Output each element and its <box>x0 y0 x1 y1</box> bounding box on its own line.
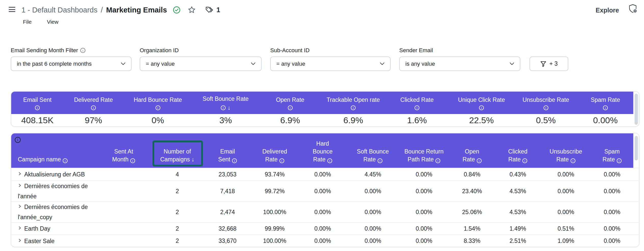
expand-chevron-icon[interactable] <box>18 226 22 230</box>
campaign-name[interactable]: Easter Sale <box>24 238 55 244</box>
filter-label: Sender Email <box>399 47 520 54</box>
column-header-bounce-return-path-rate[interactable]: Bounce Return Path Rate <box>398 133 449 168</box>
star-favorite-icon[interactable] <box>187 6 196 14</box>
cell-hard-bounce-rate: 0.00% <box>298 168 347 180</box>
cell-soft-bounce-rate: 0.00% <box>347 223 398 234</box>
expand-chevron-icon[interactable] <box>18 239 22 242</box>
info-icon[interactable] <box>288 105 293 110</box>
chevron-down-icon <box>251 62 255 65</box>
info-icon[interactable] <box>232 158 237 163</box>
tag-count: 1 <box>216 6 220 14</box>
info-icon[interactable] <box>91 105 96 110</box>
cell-soft-bounce-rate: 0.00% <box>347 235 398 247</box>
column-header-number-of-campaigns[interactable]: Number of Campaigns <box>151 133 204 168</box>
kpi-label: Unsubscribe Rate <box>523 96 569 103</box>
more-filters-button[interactable]: + 3 <box>530 57 568 71</box>
info-icon[interactable] <box>378 158 382 163</box>
cell-delivered-rate: 100.00% <box>251 235 298 247</box>
column-header-email-sent[interactable]: Email Sent <box>204 133 251 168</box>
cell-spam-rate: 0.00% <box>591 202 633 222</box>
info-icon[interactable] <box>435 158 440 163</box>
filter-label-text: Email Sending Month Filter <box>11 47 78 54</box>
tile-info-icon[interactable] <box>15 137 21 143</box>
table-row: Dernières économies de l'année 2 7,418 9… <box>11 180 639 201</box>
campaign-name[interactable]: Dernières économies de l'année_copy <box>18 204 88 220</box>
filter-sub-account-id: Sub-Account ID = any value <box>270 47 391 71</box>
kpi-value: 97% <box>63 115 123 125</box>
info-icon[interactable] <box>80 48 85 53</box>
column-header-hard-bounce-rate[interactable]: Hard Bounce Rate <box>298 133 347 168</box>
filter-value-dropdown[interactable]: in the past 6 complete months <box>11 57 132 71</box>
cell-unsubscribe-rate: 0.51% <box>541 223 591 234</box>
cell-bounce-return-path-rate: 0.00% <box>398 235 449 247</box>
expand-chevron-icon[interactable] <box>18 172 22 176</box>
filter-label-text: Sender Email <box>399 47 433 54</box>
kpi-spam-rate: Spam Rate <box>577 92 633 114</box>
cell-open-rate: 1.54% <box>449 223 495 234</box>
info-icon[interactable] <box>479 105 484 110</box>
column-header-delivered-rate[interactable]: Delivered Rate <box>251 133 298 168</box>
cell-open-rate: 25.06% <box>449 202 495 222</box>
cell-bounce-return-path-rate: 0.00% <box>398 202 449 222</box>
kpi-label: Spam Rate <box>591 96 620 103</box>
info-icon[interactable] <box>156 105 160 110</box>
menu-file[interactable]: File <box>23 19 32 25</box>
cell-delivered-rate: 99.72% <box>251 181 298 201</box>
more-filters-count: + 3 <box>549 60 558 67</box>
breadcrumb-folder-link[interactable]: 1 - Default Dashboards <box>21 6 97 14</box>
info-icon[interactable] <box>522 158 527 163</box>
scrollbar-thumb[interactable] <box>635 136 638 160</box>
info-icon[interactable] <box>603 105 608 110</box>
cell-hard-bounce-rate: 0.00% <box>298 181 347 201</box>
info-icon[interactable] <box>351 105 356 110</box>
info-icon[interactable] <box>279 158 284 163</box>
explore-button[interactable]: Explore <box>593 7 619 14</box>
column-header-open-rate[interactable]: Open Rate <box>449 133 495 168</box>
cell-clicked-rate: 2.51% <box>495 235 541 247</box>
scrollbar-thumb[interactable] <box>635 94 638 125</box>
cell-email-sent: 7,418 <box>204 181 251 201</box>
info-icon[interactable] <box>327 158 332 163</box>
expand-chevron-icon[interactable] <box>18 204 22 208</box>
column-header-sent-at-month[interactable]: Sent At Month <box>96 133 151 168</box>
info-icon[interactable] <box>571 158 575 163</box>
menu-icon[interactable] <box>9 7 15 12</box>
tags-icon[interactable] <box>205 6 214 14</box>
cell-number-of-campaigns: 2 <box>151 202 204 222</box>
cell-email-sent: 2,474 <box>204 202 251 222</box>
filter-value-dropdown[interactable]: = any value <box>270 57 391 71</box>
cell-open-rate: 0.84% <box>449 168 495 180</box>
expand-chevron-icon[interactable] <box>18 184 22 187</box>
shield-settings-icon[interactable] <box>628 4 638 14</box>
filter-value-text: = any value <box>146 61 175 67</box>
cell-sent-at-month <box>96 223 151 234</box>
info-icon[interactable] <box>477 158 482 163</box>
column-header-spam-rate[interactable]: Spam Rate <box>591 133 633 168</box>
column-header-clicked-rate[interactable]: Clicked Rate <box>495 133 541 168</box>
cell-number-of-campaigns: 2 <box>151 235 204 247</box>
info-icon[interactable] <box>63 158 68 163</box>
info-icon[interactable] <box>130 158 135 163</box>
breadcrumb: 1 - Default Dashboards / Marketing Email… <box>21 4 220 16</box>
column-header-soft-bounce-rate[interactable]: Soft Bounce Rate <box>347 133 398 168</box>
cell-unsubscribe-rate: 1.09% <box>541 235 591 247</box>
info-icon[interactable] <box>415 105 419 110</box>
filter-value-dropdown[interactable]: is any value <box>399 57 520 71</box>
sort-desc-icon <box>191 156 195 163</box>
chevron-down-icon <box>380 62 384 65</box>
cell-bounce-return-path-rate: 0.00% <box>398 181 449 201</box>
info-icon[interactable] <box>221 105 226 110</box>
info-icon[interactable] <box>35 105 40 110</box>
info-icon[interactable] <box>617 158 622 163</box>
menu-view[interactable]: View <box>47 19 58 25</box>
campaign-name[interactable]: Aktualisierung der AGB <box>24 171 85 178</box>
cell-spam-rate: 0.00% <box>591 181 633 201</box>
page-title: Marketing Emails <box>106 6 167 14</box>
cell-unsubscribe-rate: 0.00% <box>541 181 591 201</box>
info-icon[interactable] <box>544 105 548 110</box>
column-header-campaign-name[interactable]: Campaign name <box>11 133 96 168</box>
column-header-unsubscribe-rate[interactable]: Unsubscribe Rate <box>541 133 591 168</box>
filter-value-dropdown[interactable]: = any value <box>140 57 262 71</box>
campaign-name[interactable]: Earth Day <box>24 225 50 232</box>
campaign-name[interactable]: Dernières économies de l'année <box>18 183 88 200</box>
